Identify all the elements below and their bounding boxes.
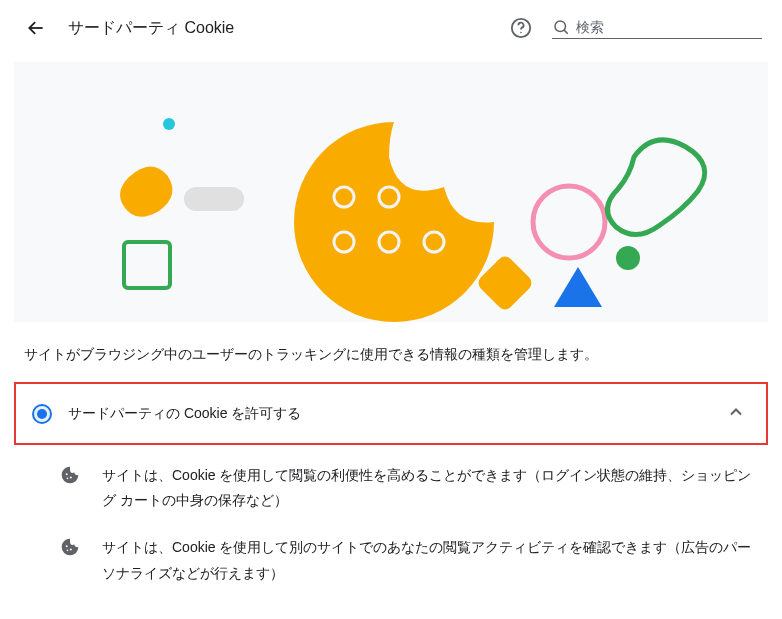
help-icon (510, 17, 532, 39)
cookie-icon (60, 465, 80, 485)
chevron-up-icon (726, 402, 746, 422)
option-detail-list: サイトは、Cookie を使用して閲覧の利便性を高めることができます（ログイン状… (0, 445, 782, 618)
svg-point-16 (66, 473, 68, 475)
back-button[interactable] (20, 12, 52, 44)
page-title: サードパーティ Cookie (68, 18, 234, 39)
svg-point-19 (66, 546, 68, 548)
cookie-icon (60, 537, 80, 557)
svg-point-3 (555, 21, 566, 32)
search-input[interactable] (576, 19, 756, 35)
cookie-illustration-svg (14, 62, 768, 322)
list-item-text: サイトは、Cookie を使用して別のサイトでのあなたの閲覧アクティビティを確認… (102, 535, 758, 585)
list-item: サイトは、Cookie を使用して別のサイトでのあなたの閲覧アクティビティを確認… (60, 535, 758, 585)
arrow-left-icon (26, 18, 46, 38)
option-label: サードパーティの Cookie を許可する (68, 405, 706, 423)
radio-selected[interactable] (32, 404, 52, 424)
svg-point-5 (163, 118, 175, 130)
svg-point-21 (67, 550, 69, 552)
svg-point-17 (70, 477, 72, 479)
search-icon (552, 18, 570, 36)
page-header: サードパーティ Cookie (0, 0, 782, 52)
allow-third-party-cookie-option[interactable]: サードパーティの Cookie を許可する (14, 382, 768, 445)
svg-point-2 (520, 32, 522, 34)
svg-point-15 (616, 246, 640, 270)
svg-rect-6 (184, 187, 244, 211)
svg-point-20 (70, 549, 72, 551)
svg-point-18 (67, 478, 69, 480)
list-item: サイトは、Cookie を使用して閲覧の利便性を高めることができます（ログイン状… (60, 463, 758, 513)
help-button[interactable] (506, 13, 536, 43)
hero-illustration (14, 62, 768, 322)
collapse-button[interactable] (722, 398, 750, 429)
svg-rect-7 (124, 242, 170, 288)
section-description: サイトがブラウジング中のユーザーのトラッキングに使用できる情報の種類を管理します… (0, 322, 782, 382)
svg-point-13 (533, 186, 605, 258)
svg-line-4 (564, 30, 568, 34)
search-field[interactable] (552, 18, 762, 39)
list-item-text: サイトは、Cookie を使用して閲覧の利便性を高めることができます（ログイン状… (102, 463, 758, 513)
